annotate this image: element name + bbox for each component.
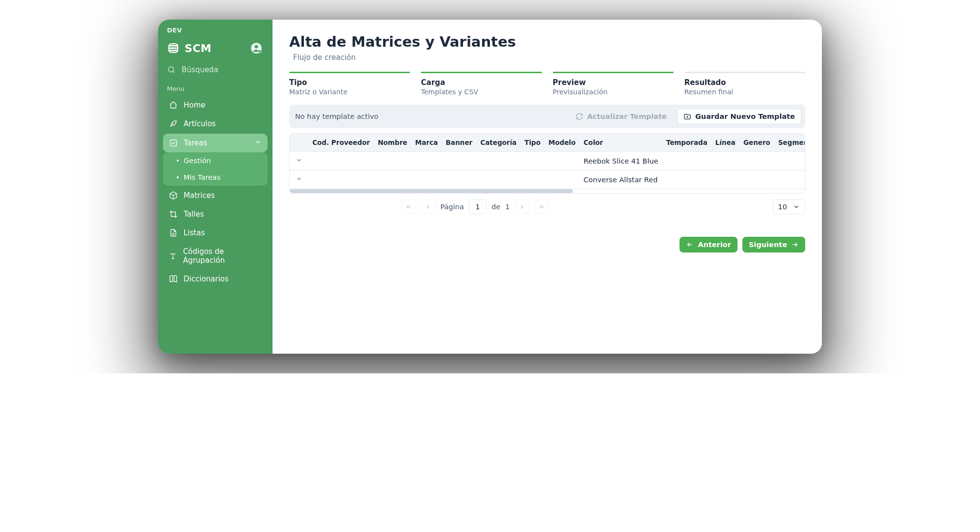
table-header: Marca [411, 134, 442, 152]
nav-item-label: Talles [184, 210, 204, 219]
table-cell [711, 170, 739, 189]
svg-point-4 [258, 50, 261, 53]
nav-item-label: Home [184, 101, 205, 110]
nav-tareas[interactable]: Tareas [163, 134, 268, 152]
nav-item-label: Códigos de Agrupación [183, 247, 262, 265]
table-body: Reebok Slice 41 BlueConverse Allstar Red [290, 152, 805, 189]
page-input[interactable] [469, 199, 487, 214]
table-head: Cod. ProveedorNombreMarcaBannerCategoría… [290, 134, 805, 152]
chevron-left-icon [425, 203, 432, 210]
nav-matrices[interactable]: Matrices [163, 187, 268, 204]
step-desc: Templates y CSV [421, 88, 542, 96]
table-header: Banner [442, 134, 476, 152]
account-button[interactable] [249, 41, 264, 56]
prev-button[interactable]: Anterior [680, 237, 737, 252]
next-page-button[interactable] [515, 199, 529, 214]
nav-item-label: Listas [184, 228, 205, 237]
chevron-down-icon [793, 203, 800, 210]
brand: SCM [167, 42, 212, 55]
step-resultado[interactable]: Resultado Resumen final [684, 72, 805, 96]
step-title: Resultado [684, 78, 805, 87]
wizard-footer: Anterior Siguiente [289, 237, 805, 252]
nav-tareas-gestion[interactable]: Gestión [163, 152, 268, 169]
button-label: Actualizar Template [587, 112, 667, 120]
table-row: Reebok Slice 41 Blue [290, 152, 805, 170]
nav-articulos[interactable]: Artículos [163, 115, 268, 133]
env-tag: DEV [158, 27, 272, 39]
step-bar [553, 72, 674, 73]
page-subtitle: Flujo de creación [293, 53, 805, 62]
horizontal-scrollbar[interactable] [290, 189, 805, 193]
last-page-button[interactable] [534, 199, 549, 214]
sidebar: DEV SCM Búsqueda Menu Home [158, 20, 272, 354]
table-header: Color [579, 134, 662, 152]
nav-item-label: Diccionarios [184, 275, 229, 283]
table-cell [520, 170, 544, 189]
nav-tareas-mis-tareas[interactable]: Mis Tareas [163, 169, 268, 186]
table-cell [739, 170, 774, 189]
book-icon [169, 275, 178, 283]
table-cell [476, 152, 520, 170]
template-status: No hay template activo [295, 112, 379, 120]
table-cell [774, 170, 805, 189]
table-cell [662, 170, 711, 189]
nav-diccionarios[interactable]: Diccionarios [163, 270, 268, 288]
table-cell [442, 152, 476, 170]
table-cell [739, 152, 774, 170]
table-cell [308, 170, 374, 189]
nav-listas[interactable]: Listas [163, 224, 268, 242]
pager: Página de 1 [401, 199, 549, 214]
table-cell [544, 170, 579, 189]
table-header: Tipo [520, 134, 544, 152]
next-button[interactable]: Siguiente [742, 237, 805, 252]
bullet-icon [177, 160, 179, 162]
expand-row-button[interactable] [296, 157, 302, 164]
first-page-button[interactable] [401, 199, 416, 214]
page-total: 1 [505, 203, 510, 211]
search-input[interactable]: Búsqueda [158, 61, 272, 80]
nav-talles[interactable]: Talles [163, 205, 268, 223]
nav-codigos[interactable]: Códigos de Agrupación [163, 243, 268, 269]
pagination-row: Página de 1 10 [289, 199, 805, 214]
file-icon [169, 228, 178, 237]
page-size-value: 10 [778, 203, 787, 211]
type-icon [169, 252, 177, 260]
step-desc: Matriz o Variante [289, 88, 410, 96]
menu-section-label: Menu [158, 80, 272, 96]
nav-item-label: Tareas [184, 139, 207, 147]
arrow-right-icon [791, 241, 799, 249]
table-cell: Converse Allstar Red [579, 170, 662, 189]
table-cell [442, 170, 476, 189]
expand-row-button[interactable] [296, 175, 302, 182]
prev-page-button[interactable] [421, 199, 436, 214]
step-preview[interactable]: Preview Previsualización [553, 72, 674, 96]
refresh-template-button[interactable]: Actualizar Template [569, 109, 673, 124]
save-template-button[interactable]: Guardar Nuevo Template [677, 109, 801, 124]
page-size-select[interactable]: 10 [773, 199, 805, 214]
table-cell [520, 152, 544, 170]
bullet-icon [177, 176, 179, 178]
nav-sub-label: Mis Tareas [184, 173, 220, 181]
search-placeholder: Búsqueda [182, 65, 218, 74]
svg-point-5 [168, 67, 174, 72]
table-cell [476, 170, 520, 189]
step-carga[interactable]: Carga Templates y CSV [421, 72, 542, 96]
table-header: Modelo [544, 134, 579, 152]
search-icon [167, 65, 176, 74]
step-desc: Resumen final [684, 88, 805, 96]
table-header: Cod. Proveedor [308, 134, 374, 152]
step-tipo[interactable]: Tipo Matriz o Variante [289, 72, 410, 96]
table-cell [544, 152, 579, 170]
svg-point-2 [255, 45, 258, 49]
table-scroll[interactable]: Cod. ProveedorNombreMarcaBannerCategoría… [290, 134, 805, 189]
nav-home[interactable]: Home [163, 96, 268, 114]
step-bar [421, 72, 542, 73]
table-row: Converse Allstar Red [290, 170, 805, 189]
table-header: Categoría [476, 134, 520, 152]
step-title: Preview [553, 78, 674, 87]
checklist-icon [169, 139, 178, 147]
page-label: Página [440, 203, 464, 211]
of-label: de [491, 203, 500, 211]
user-circle-icon [250, 42, 263, 55]
step-title: Tipo [289, 78, 410, 87]
